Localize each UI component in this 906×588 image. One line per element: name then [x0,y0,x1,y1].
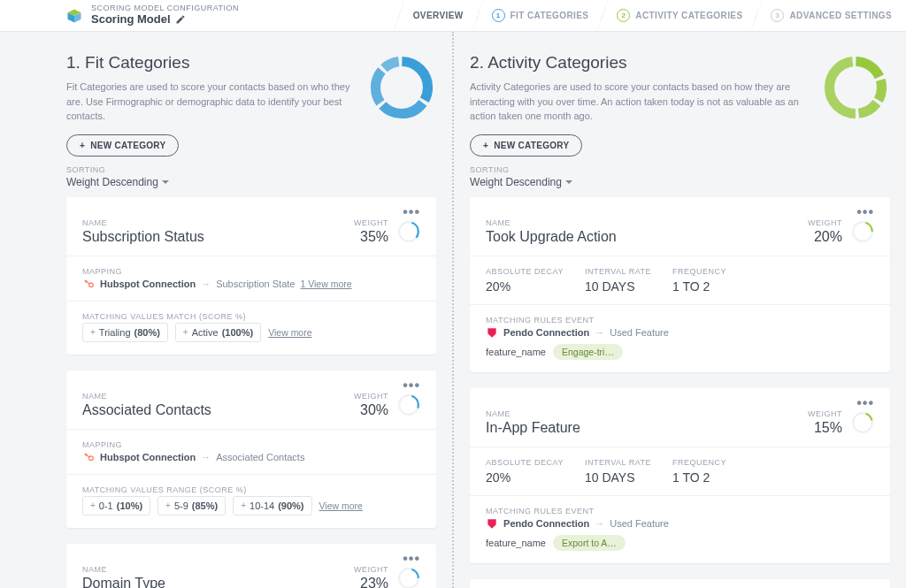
frequency-label: FREQUENCY [672,458,726,467]
edit-icon[interactable] [175,14,186,25]
activity-card: ••• NAMEIn-App Feature WEIGHT15% ABSOLUT… [470,388,890,563]
new-category-label: NEW CATEGORY [90,141,165,150]
card-menu-button[interactable]: ••• [82,383,420,392]
tab-activity-label: ACTIVITY CATEGORIES [635,11,742,20]
activity-donut-chart [821,53,890,122]
hubspot-icon [82,451,95,463]
activity-card: ••• NAMETook Upgrade Action WEIGHT20% AB… [470,197,890,372]
weight-label: WEIGHT [354,565,388,574]
match-chip[interactable]: + Trialing (80%) [82,323,168,342]
name-label: NAME [82,392,354,401]
decay-label: ABSOLUTE DECAY [486,267,564,276]
interval-label: INTERVAL RATE [585,458,651,467]
plus-icon: + [90,500,96,510]
weight-donut-icon [397,220,420,243]
fit-donut-chart [367,53,436,122]
new-category-label: NEW CATEGORY [494,141,569,150]
plus-icon: + [165,500,171,510]
frequency-value: 1 TO 2 [672,470,726,485]
view-more-link[interactable]: View more [319,500,363,511]
connection-name: Hubspot Connection [100,452,196,462]
weight-donut-icon [851,220,874,243]
chips-row: + 0-1 (10%)+ 5-9 (85%)+ 10-14 (90%)View … [82,496,420,515]
new-activity-category-button[interactable]: +NEW CATEGORY [470,134,582,157]
plus-icon: + [241,500,246,510]
card-menu-button[interactable]: ••• [82,210,420,218]
decay-stats: ABSOLUTE DECAY20% INTERVAL RATE10 DAYS F… [486,458,874,485]
mapping-row: Hubspot Connection→Associated Contacts [82,451,420,463]
decay-value: 20% [486,279,564,294]
name-label: NAME [486,218,808,227]
feature-row: feature_nameExport to A… [486,535,874,551]
activity-description: Activity Categories are used to score yo… [470,80,810,124]
plus-icon: + [90,327,96,337]
content: 1. Fit Categories Fit Categories are use… [0,32,906,588]
step-3-badge: 3 [771,9,784,22]
mapping-label: MAPPING [82,440,420,449]
matching-label: MATCHING VALUES RANGE (SCORE %) [82,485,420,494]
arrow-icon: → [201,279,211,289]
decay-stats: ABSOLUTE DECAY20% INTERVAL RATE10 DAYS F… [486,267,874,294]
arrow-icon: → [595,327,604,338]
weight-donut-icon [397,567,420,589]
mapping-label: MAPPING [82,267,420,276]
fit-description: Fit Categories are used to score your co… [66,80,357,124]
match-chip[interactable]: + 10-14 (90%) [233,496,311,515]
activity-sorting-select[interactable]: Weight Descending [470,176,890,188]
interval-value: 10 DAYS [585,470,651,485]
tab-overview[interactable]: OVERVIEW [399,0,478,31]
view-more-link[interactable]: View more [268,327,311,338]
matching-label: MATCHING VALUES MATCH (SCORE %) [82,312,420,321]
fit-card: ••• NAMEDomain Type WEIGHT23% MAPPING Hu… [66,544,436,589]
topbar: SCORING MODEL CONFIGURATION Scoring Mode… [0,0,906,32]
rules-label: MATCHING RULES EVENT [486,316,874,325]
fit-sorting-select[interactable]: Weight Descending [66,176,436,188]
feature-pill: Engage-tri… [553,344,623,360]
match-chip[interactable]: + Active (100%) [175,323,261,342]
mapping-row: Pendo Connection→Used Feature [486,326,874,339]
card-weight: 35% [354,229,388,245]
feature-name-label: feature_name [486,538,546,548]
match-chip[interactable]: + 0-1 (10%) [82,496,150,515]
activity-sorting-value: Weight Descending [470,176,562,188]
fit-cards: ••• NAMESubscription Status WEIGHT35% MA… [66,197,436,589]
interval-value: 10 DAYS [585,279,651,294]
card-title: Took Upgrade Action [486,229,808,245]
name-label: NAME [82,218,354,227]
weight-donut-icon [397,393,420,416]
card-title: Domain Type [82,576,354,589]
mapping-row: Hubspot Connection→Subscription State1 V… [82,278,420,290]
connection-target: Subscription State [216,279,295,289]
plus-icon: + [483,141,488,150]
chevron-down-icon [565,180,572,184]
activity-column: 2. Activity Categories Activity Categori… [454,32,906,588]
card-menu-button[interactable]: ••• [82,556,420,565]
card-menu-button[interactable]: ••• [486,210,874,218]
match-chip[interactable]: + 5-9 (85%) [157,496,226,515]
card-title: In-App Feature [486,420,808,436]
wizard-tabs: OVERVIEW 1FIT CATEGORIES 2ACTIVITY CATEG… [399,0,906,31]
view-more-link[interactable]: 1 View more [300,279,351,289]
name-label: NAME [486,409,808,418]
pendo-icon [486,517,498,530]
rules-label: MATCHING RULES EVENT [486,507,874,515]
page-title: Scoring Model [91,13,239,26]
fit-sorting: SORTING Weight Descending [66,165,436,188]
activity-sorting: SORTING Weight Descending [470,165,890,188]
card-title: Subscription Status [82,229,354,245]
step-2-badge: 2 [617,9,630,22]
frequency-value: 1 TO 2 [672,279,726,294]
decay-value: 20% [486,470,564,485]
new-fit-category-button[interactable]: +NEW CATEGORY [66,134,179,157]
weight-donut-icon [851,411,874,434]
card-menu-button[interactable]: ••• [486,401,874,409]
tab-fit-categories[interactable]: 1FIT CATEGORIES [478,0,603,31]
chevron-down-icon [162,180,169,184]
activity-title: 2. Activity Categories [470,53,810,73]
tab-activity-categories[interactable]: 2ACTIVITY CATEGORIES [603,0,756,31]
card-weight: 23% [354,576,388,589]
activity-cards: ••• NAMETook Upgrade Action WEIGHT20% AB… [470,197,890,589]
fit-sorting-value: Weight Descending [66,176,158,188]
tab-advanced-settings[interactable]: 3ADVANCED SETTINGS [756,0,906,31]
fit-column: 1. Fit Categories Fit Categories are use… [0,32,452,588]
